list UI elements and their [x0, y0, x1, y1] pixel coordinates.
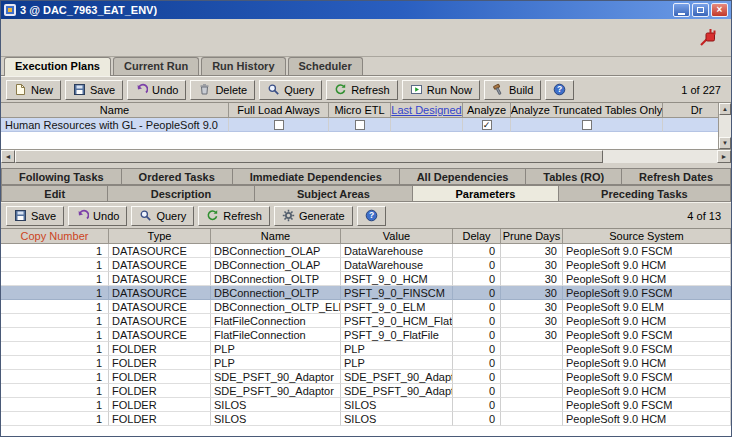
table-cell[interactable]: 1 — [1, 314, 109, 328]
table-cell[interactable]: DATASOURCE — [109, 244, 211, 258]
column-header-name[interactable]: Name — [1, 103, 229, 118]
table-cell[interactable]: FlatFileConnection — [211, 328, 341, 342]
build-button[interactable]: Build — [484, 80, 541, 100]
table-cell[interactable]: PeopleSoft 9.0 FSCM — [563, 286, 731, 300]
table-row[interactable]: 1DATASOURCEFlatFileConnectionPSFT_9_0_HC… — [1, 314, 731, 328]
table-row[interactable]: 1FOLDERSDE_PSFT_90_AdaptorSDE_PSFT_90_Ad… — [1, 384, 731, 398]
scroll-down-button[interactable]: ▼ — [719, 137, 731, 149]
table-cell[interactable] — [501, 356, 563, 370]
help-button[interactable]: ? — [545, 80, 574, 100]
table-cell[interactable]: PLP — [341, 342, 453, 356]
table-cell[interactable]: PeopleSoft 9.0 FSCM — [563, 244, 731, 258]
table-cell[interactable]: Human Resources with GL - PeopleSoft 9.0 — [1, 118, 229, 132]
column-header-copy-number[interactable]: Copy Number — [1, 229, 109, 244]
table-cell[interactable]: 30 — [501, 300, 563, 314]
table-row[interactable]: 1DATASOURCEDBConnection_OLTPPSFT_9_0_FIN… — [1, 286, 731, 300]
refresh-button[interactable]: Refresh — [198, 206, 270, 226]
table-cell[interactable]: 30 — [501, 286, 563, 300]
table-cell[interactable]: 0 — [453, 356, 501, 370]
table-cell[interactable]: PeopleSoft 9.0 HCM — [563, 384, 731, 398]
table-cell[interactable]: 1 — [1, 272, 109, 286]
column-header-micro-etl[interactable]: Micro ETL — [329, 103, 391, 118]
checkbox-cell[interactable] — [229, 118, 329, 132]
maximize-button[interactable] — [692, 3, 709, 17]
table-row[interactable]: Human Resources with GL - PeopleSoft 9.0… — [1, 118, 731, 132]
table-cell[interactable] — [391, 118, 463, 132]
table-cell[interactable]: FlatFileConnection — [211, 314, 341, 328]
column-header-type[interactable]: Type — [109, 229, 211, 244]
table-cell[interactable]: 0 — [453, 412, 501, 426]
table-row[interactable]: 1DATASOURCEDBConnection_OLAPDataWarehous… — [1, 258, 731, 272]
table-cell[interactable]: DBConnection_OLTP_ELM — [211, 300, 341, 314]
table-cell[interactable]: SDE_PSFT_90_Adaptor — [211, 384, 341, 398]
scroll-up-button[interactable]: ▲ — [719, 103, 731, 115]
run-now-button[interactable]: Run Now — [402, 80, 480, 100]
table-cell[interactable]: DATASOURCE — [109, 314, 211, 328]
table-cell[interactable]: 1 — [1, 328, 109, 342]
table-cell[interactable]: 0 — [453, 300, 501, 314]
tab-description[interactable]: Description — [107, 185, 254, 202]
table-row[interactable]: 1FOLDERSILOSSILOS0PeopleSoft 9.0 HCM — [1, 412, 731, 426]
tab-edit[interactable]: Edit — [1, 185, 108, 202]
table-cell[interactable]: 30 — [501, 272, 563, 286]
table-cell[interactable]: 30 — [501, 258, 563, 272]
table-cell[interactable]: FOLDER — [109, 370, 211, 384]
table-cell[interactable]: 0 — [453, 384, 501, 398]
table-cell[interactable]: PSFT_9_0_HCM_FlatFile — [341, 314, 453, 328]
table-cell[interactable]: 1 — [1, 384, 109, 398]
table-cell[interactable]: 1 — [1, 356, 109, 370]
tab-ordered-tasks[interactable]: Ordered Tasks — [121, 168, 233, 185]
scroll-right-button[interactable]: ► — [717, 150, 731, 163]
column-header-analyze[interactable]: Analyze — [463, 103, 511, 118]
tab-following-tasks[interactable]: Following Tasks — [1, 168, 122, 185]
checkbox-checked-icon[interactable]: ✓ — [482, 120, 492, 130]
table-cell[interactable]: PLP — [211, 342, 341, 356]
column-header-prune-days[interactable]: Prune Days — [501, 229, 563, 244]
table-cell[interactable]: PSFT_9_0_FlatFile — [341, 328, 453, 342]
table-cell[interactable]: 1 — [1, 286, 109, 300]
table-cell[interactable]: 30 — [501, 314, 563, 328]
table-cell[interactable]: SILOS — [341, 412, 453, 426]
table-cell[interactable]: DataWarehouse — [341, 258, 453, 272]
help-button[interactable]: ? — [357, 206, 386, 226]
column-header-value[interactable]: Value — [341, 229, 453, 244]
table-cell[interactable]: 0 — [453, 314, 501, 328]
minimize-button[interactable] — [673, 3, 690, 17]
table-row[interactable]: 1FOLDERSILOSSILOS0PeopleSoft 9.0 FSCM — [1, 398, 731, 412]
table-row[interactable]: 1FOLDERPLPPLP0PeopleSoft 9.0 HCM — [1, 356, 731, 370]
table-row[interactable]: 1DATASOURCEFlatFileConnectionPSFT_9_0_Fl… — [1, 328, 731, 342]
table-cell[interactable]: PSFT_9_0_FINSCM — [341, 286, 453, 300]
table-cell[interactable]: SILOS — [211, 412, 341, 426]
table-cell[interactable]: PLP — [341, 356, 453, 370]
generate-button[interactable]: Generate — [274, 206, 353, 226]
table-cell[interactable]: FOLDER — [109, 356, 211, 370]
table-cell[interactable]: PeopleSoft 9.0 HCM — [563, 258, 731, 272]
table-cell[interactable]: SILOS — [211, 398, 341, 412]
scrollbar-track[interactable] — [603, 150, 717, 163]
table-cell[interactable]: SDE_PSFT_90_Adaptor — [341, 384, 453, 398]
table-cell[interactable]: 0 — [453, 286, 501, 300]
disconnect-button[interactable] — [697, 26, 723, 50]
refresh-button[interactable]: Refresh — [326, 80, 398, 100]
column-header-analyze-truncated-tables-only[interactable]: Analyze Truncated Tables Only — [511, 103, 663, 118]
undo-button[interactable]: Undo — [127, 80, 186, 100]
table-cell[interactable] — [501, 384, 563, 398]
table-cell[interactable]: 1 — [1, 398, 109, 412]
table-cell[interactable]: PSFT_9_0_HCM — [341, 272, 453, 286]
table-cell[interactable]: DATASOURCE — [109, 272, 211, 286]
table-cell[interactable] — [501, 370, 563, 384]
tab-execution-plans[interactable]: Execution Plans — [4, 57, 111, 76]
tab-immediate-dependencies[interactable]: Immediate Dependencies — [232, 168, 400, 185]
column-header-source-system[interactable]: Source System — [563, 229, 731, 244]
table-cell[interactable]: DBConnection_OLAP — [211, 244, 341, 258]
new-button[interactable]: New — [6, 80, 61, 100]
column-header-name[interactable]: Name — [211, 229, 341, 244]
horizontal-scrollbar[interactable]: ◄ ► — [1, 149, 731, 163]
table-cell[interactable] — [501, 412, 563, 426]
column-header-delay[interactable]: Delay — [453, 229, 501, 244]
table-cell[interactable]: PeopleSoft 9.0 HCM — [563, 412, 731, 426]
table-cell[interactable]: 1 — [1, 300, 109, 314]
table-cell[interactable]: 30 — [501, 244, 563, 258]
checkbox-unchecked-icon[interactable] — [582, 120, 592, 130]
table-cell[interactable]: PeopleSoft 9.0 FSCM — [563, 328, 731, 342]
